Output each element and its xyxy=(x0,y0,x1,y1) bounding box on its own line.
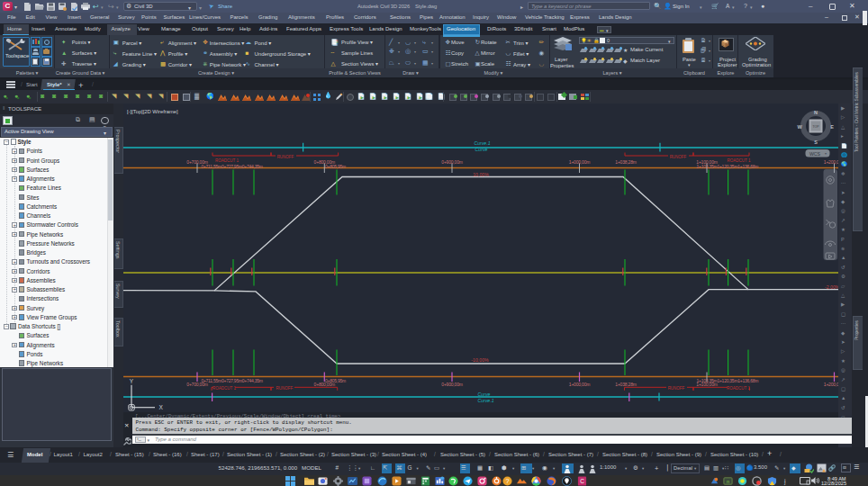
svg-text:1+200,00m: 1+200,00m xyxy=(824,159,838,165)
svg-text:Curve: Curve xyxy=(475,147,488,152)
svg-text:1+103,35m1+120,35m1+136,68m: 1+103,35m1+120,35m1+136,68m xyxy=(697,164,759,169)
svg-text:C: C xyxy=(580,478,584,484)
svg-text:ROADCUT 1: ROADCUT 1 xyxy=(727,386,750,391)
svg-text:Curve: Curve xyxy=(478,392,491,397)
svg-text:0+805,95m: 0+805,95m xyxy=(325,164,346,169)
svg-text:ROADCUT 1: ROADCUT 1 xyxy=(215,158,239,163)
svg-text:1+038,28m: 1+038,28m xyxy=(615,382,636,387)
svg-text:10,00%: 10,00% xyxy=(473,172,489,177)
svg-text:?: ? xyxy=(505,477,509,485)
svg-text:Y: Y xyxy=(130,378,134,384)
svg-text:RUNOFF: RUNOFF xyxy=(668,386,685,391)
svg-text:1+038,28m: 1+038,28m xyxy=(615,159,636,165)
svg-text:RUNOFF: RUNOFF xyxy=(276,386,293,391)
svg-text:0+900,00m: 0+900,00m xyxy=(441,382,462,387)
svg-text:0+711,55m0+727,95m0+744,35m: 0+711,55m0+727,95m0+744,35m xyxy=(201,378,262,383)
svg-text:Curve.1: Curve.1 xyxy=(477,398,493,403)
svg-text:RUNOFF: RUNOFF xyxy=(670,155,687,159)
svg-text:ROADCUT 1: ROADCUT 1 xyxy=(212,386,236,391)
svg-text:X: X xyxy=(159,404,164,410)
svg-text:RUNOFF: RUNOFF xyxy=(277,155,294,159)
svg-text:Curve.1: Curve.1 xyxy=(474,140,490,146)
svg-text:▾: ▾ xyxy=(825,151,827,156)
svg-text:E: E xyxy=(830,124,834,130)
svg-text:ROADCUT 1: ROADCUT 1 xyxy=(728,158,751,163)
svg-text:1+103,35m1+120,35m1+136,68m: 1+103,35m1+120,35m1+136,68m xyxy=(697,378,759,383)
svg-text:1+200,00m: 1+200,00m xyxy=(824,382,838,387)
svg-text:1+000,00m: 1+000,00m xyxy=(569,382,590,387)
svg-text:W: W xyxy=(797,124,802,130)
svg-text:S: S xyxy=(814,140,818,145)
svg-text:0+900,00m: 0+900,00m xyxy=(441,159,462,165)
svg-text:1+000,00m: 1+000,00m xyxy=(569,159,590,165)
svg-text:-10,00%: -10,00% xyxy=(471,357,489,363)
svg-text:N: N xyxy=(814,110,818,115)
svg-text:n: n xyxy=(726,479,728,484)
svg-text:TOP: TOP xyxy=(812,125,819,129)
svg-text:-2,00%: -2,00% xyxy=(825,284,838,290)
svg-text:0+711,55m0+727,95m0+744,35m: 0+711,55m0+727,95m0+744,35m xyxy=(201,164,262,169)
svg-text:0+805,95m: 0+805,95m xyxy=(325,378,346,383)
svg-text:[-][Top][2D Wireframe]: [-][Top][2D Wireframe] xyxy=(127,109,178,114)
svg-text:WCS: WCS xyxy=(809,151,821,157)
